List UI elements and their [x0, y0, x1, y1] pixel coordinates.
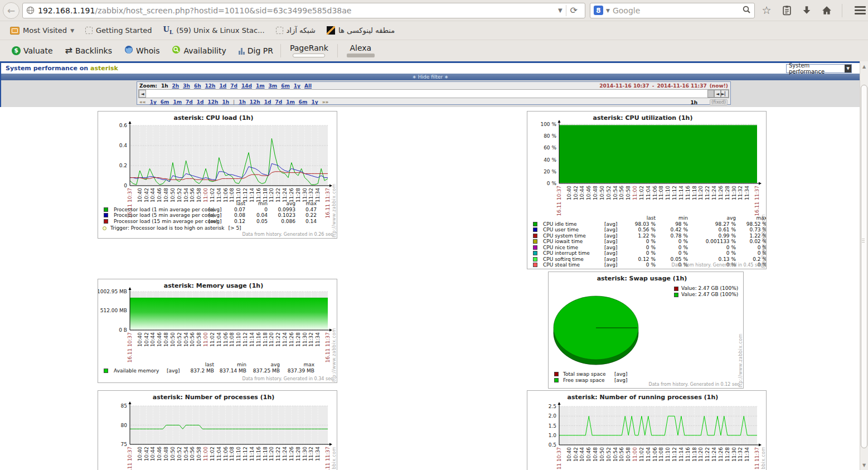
chart-processes[interactable]: asterisk: Number of processes (1h)758085…: [98, 390, 337, 470]
valuate-button[interactable]: $ Valuate: [6, 46, 59, 55]
legend-header: max: [297, 201, 318, 207]
zoom-link-14d[interactable]: 14d: [241, 83, 252, 89]
nav-back-1h[interactable]: 1h: [222, 99, 229, 105]
url-bar[interactable]: 192.168.1.191/zabbix/host_screen.php?hos…: [22, 3, 585, 18]
bookmarks-panel-icon[interactable]: [780, 6, 793, 16]
svg-text:11:26: 11:26: [289, 332, 294, 347]
svg-text:11:20: 11:20: [698, 447, 704, 462]
backlinks-button[interactable]: ⇄ Backlinks: [59, 46, 118, 55]
nav-back-1m[interactable]: 1m: [173, 99, 182, 105]
alexa-label: Alexa: [350, 43, 371, 52]
search-engine-dropdown-icon[interactable]: ▼: [603, 8, 613, 13]
svg-text:11:18: 11:18: [263, 332, 268, 347]
zoom-link-2h[interactable]: 2h: [172, 83, 180, 89]
scroll-forward-icon[interactable]: ►▏: [721, 90, 729, 98]
nav-right-arrows[interactable]: »»: [322, 99, 329, 105]
zoom-link-1y[interactable]: 1y: [294, 83, 300, 89]
chart-running-processes[interactable]: asterisk: Number of running processes (1…: [527, 390, 767, 470]
reload-icon[interactable]: ⟳: [566, 5, 581, 16]
nav-back-1y[interactable]: 1y: [150, 99, 157, 105]
chart-memory-usage[interactable]: asterisk: Memory usage (1h)0 B512.00 MB1…: [98, 279, 337, 383]
fixed-link[interactable]: (fixed): [710, 99, 728, 105]
whois-button[interactable]: Whois: [118, 45, 166, 56]
nav-fwd-1y[interactable]: 1y: [311, 99, 318, 105]
legend-value: 0.73 %: [737, 227, 767, 233]
scroll-down-icon[interactable]: ▼: [860, 461, 868, 469]
back-arrow-icon: ←: [7, 5, 15, 16]
bookmark-unix-linux[interactable]: UL (59) Unix & Linux Stac...: [158, 26, 270, 35]
screen-select[interactable]: System performance ▼: [786, 64, 852, 73]
legend-label: Processor load (15 min average per core): [111, 219, 206, 225]
nav-back-1d[interactable]: 1d: [197, 99, 204, 105]
zoom-link-7d[interactable]: 7d: [230, 83, 237, 89]
page-scrollbar[interactable]: ▲ ▼: [860, 61, 868, 470]
chart-swap-usage[interactable]: asterisk: Swap usage (1h)http://www.zabb…: [548, 272, 744, 389]
url-dropdown-icon[interactable]: ▼: [555, 7, 566, 13]
bookmark-star-icon[interactable]: ☆: [760, 5, 773, 16]
zoom-current[interactable]: 1h: [161, 83, 168, 89]
time-scrollbar[interactable]: ◄ ◄ ►▏: [138, 89, 729, 98]
date-from[interactable]: 2014-11-16 10:37: [599, 83, 649, 89]
nav-fwd-6m[interactable]: 6m: [299, 99, 308, 105]
scrollbar-thumb[interactable]: [861, 85, 867, 448]
scroll-thumb[interactable]: [707, 90, 714, 98]
processes-graph[interactable]: 75808510:4010:4210:4410:4610:4810:5010:5…: [98, 391, 337, 470]
nav-fwd-1h[interactable]: 1h: [239, 99, 246, 105]
date-to[interactable]: 2014-11-16 11:37: [657, 83, 706, 89]
zoom-link-12h[interactable]: 12h: [205, 83, 216, 89]
legend-header: avg: [689, 215, 737, 221]
menu-icon[interactable]: [851, 6, 868, 14]
back-button[interactable]: ←: [3, 2, 20, 19]
legend-value: 0.04: [246, 212, 269, 219]
nav-back-6m[interactable]: 6m: [161, 99, 169, 105]
search-magnifier-icon[interactable]: [742, 5, 751, 16]
search-box[interactable]: 8 ▼ Google: [590, 3, 755, 18]
zoom-link-all[interactable]: All: [304, 83, 312, 89]
nav-fwd-12h[interactable]: 12h: [250, 99, 260, 105]
bookmark-most-visited[interactable]: Most Visited ▼: [4, 26, 80, 35]
hide-filter-bar[interactable]: ∗ Hide filter ∗: [0, 74, 860, 80]
svg-text:11:06: 11:06: [223, 188, 229, 202]
svg-text:11:12: 11:12: [243, 332, 248, 347]
svg-text:11:20: 11:20: [698, 186, 704, 200]
zoom-link-1d[interactable]: 1d: [220, 83, 227, 89]
pagerank-button[interactable]: PageRank: [282, 43, 336, 57]
hide-filter-link[interactable]: ∗ Hide filter ∗: [412, 74, 448, 80]
bookmark-linux-zone[interactable]: منطقه لینوکسی ها: [321, 26, 400, 35]
svg-text:0.4: 0.4: [119, 143, 128, 148]
scroll-up-icon[interactable]: ▲: [860, 62, 868, 70]
nav-back-12h[interactable]: 12h: [208, 99, 219, 105]
scroll-back-icon[interactable]: ◄: [714, 90, 721, 98]
alexa-button[interactable]: Alexa: [339, 43, 382, 57]
zoom-link-3m[interactable]: 3m: [269, 83, 278, 89]
bookmark-getting-started[interactable]: Getting Started: [80, 26, 158, 35]
dig-pr-button[interactable]: Dig PR: [232, 46, 279, 55]
zoom-link-3h[interactable]: 3h: [183, 83, 190, 89]
nav-fwd-1d[interactable]: 1d: [264, 99, 271, 105]
bookmark-shabake-azad[interactable]: شبكه آزاد: [270, 26, 321, 35]
running-processes-graph[interactable]: 0.51.01.52.02.510:4010:4210:4410:4610:48…: [527, 391, 767, 470]
downloads-icon[interactable]: [801, 6, 813, 15]
legend-value: 98 %: [657, 221, 689, 227]
svg-text:11:26: 11:26: [289, 188, 294, 202]
svg-text:11:08: 11:08: [229, 447, 235, 461]
search-input[interactable]: Google: [613, 6, 742, 15]
nav-fwd-7d[interactable]: 7d: [275, 99, 282, 105]
chart-cpu-load[interactable]: asterisk: CPU load (1h)00.20.40.610:4010…: [98, 111, 337, 239]
svg-text:11:00: 11:00: [203, 332, 208, 347]
nav-left-arrows[interactable]: ««: [139, 99, 146, 105]
search-engine-icon[interactable]: 8: [594, 6, 603, 15]
date-now[interactable]: (now!): [710, 83, 728, 89]
zoom-link-6m[interactable]: 6m: [281, 83, 290, 89]
scroll-left-icon[interactable]: ◄: [139, 90, 146, 98]
svg-text:10:56: 10:56: [619, 186, 624, 200]
zoom-link-6h[interactable]: 6h: [194, 83, 201, 89]
zoom-link-1m[interactable]: 1m: [256, 83, 265, 89]
svg-text:11:20: 11:20: [269, 188, 274, 202]
chart-cpu-utilization[interactable]: asterisk: CPU utilization (1h)0 %20 %40 …: [527, 111, 767, 269]
availability-button[interactable]: Availability: [166, 45, 232, 56]
nav-back-7d[interactable]: 7d: [186, 99, 193, 105]
home-icon[interactable]: [821, 6, 833, 15]
legend-color-swatch: [104, 219, 108, 224]
nav-fwd-1m[interactable]: 1m: [286, 99, 295, 105]
